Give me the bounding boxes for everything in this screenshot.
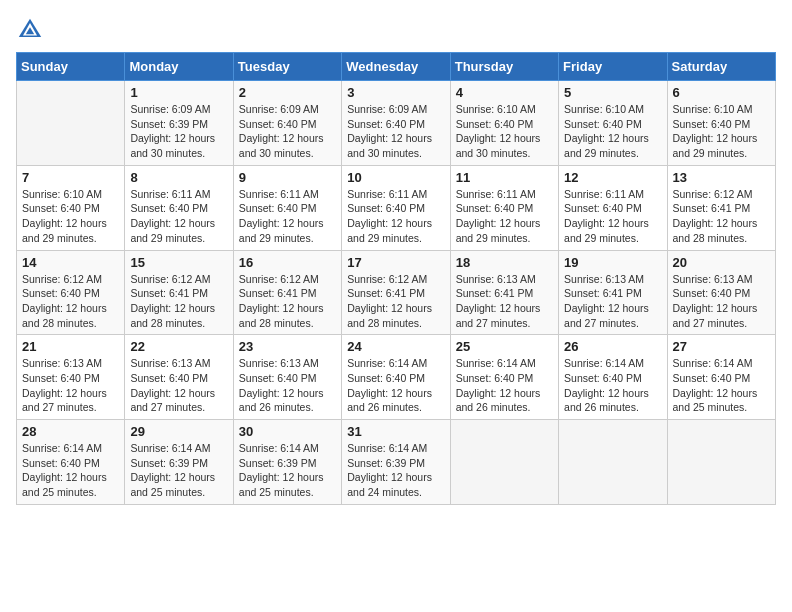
day-number: 2 bbox=[239, 85, 336, 100]
day-info: Sunrise: 6:14 AM Sunset: 6:40 PM Dayligh… bbox=[456, 356, 553, 415]
day-info: Sunrise: 6:10 AM Sunset: 6:40 PM Dayligh… bbox=[564, 102, 661, 161]
day-info: Sunrise: 6:11 AM Sunset: 6:40 PM Dayligh… bbox=[239, 187, 336, 246]
day-number: 5 bbox=[564, 85, 661, 100]
day-info: Sunrise: 6:09 AM Sunset: 6:40 PM Dayligh… bbox=[347, 102, 444, 161]
day-number: 20 bbox=[673, 255, 770, 270]
calendar-cell: 3Sunrise: 6:09 AM Sunset: 6:40 PM Daylig… bbox=[342, 81, 450, 166]
calendar-week-row: 28Sunrise: 6:14 AM Sunset: 6:40 PM Dayli… bbox=[17, 420, 776, 505]
day-info: Sunrise: 6:12 AM Sunset: 6:41 PM Dayligh… bbox=[130, 272, 227, 331]
day-number: 11 bbox=[456, 170, 553, 185]
day-info: Sunrise: 6:12 AM Sunset: 6:41 PM Dayligh… bbox=[673, 187, 770, 246]
calendar-cell: 12Sunrise: 6:11 AM Sunset: 6:40 PM Dayli… bbox=[559, 165, 667, 250]
calendar-cell: 21Sunrise: 6:13 AM Sunset: 6:40 PM Dayli… bbox=[17, 335, 125, 420]
logo-icon bbox=[16, 16, 44, 44]
calendar-cell: 2Sunrise: 6:09 AM Sunset: 6:40 PM Daylig… bbox=[233, 81, 341, 166]
day-info: Sunrise: 6:14 AM Sunset: 6:40 PM Dayligh… bbox=[22, 441, 119, 500]
day-number: 23 bbox=[239, 339, 336, 354]
calendar-cell: 26Sunrise: 6:14 AM Sunset: 6:40 PM Dayli… bbox=[559, 335, 667, 420]
day-number: 18 bbox=[456, 255, 553, 270]
col-tuesday: Tuesday bbox=[233, 53, 341, 81]
calendar-cell: 25Sunrise: 6:14 AM Sunset: 6:40 PM Dayli… bbox=[450, 335, 558, 420]
calendar-cell: 1Sunrise: 6:09 AM Sunset: 6:39 PM Daylig… bbox=[125, 81, 233, 166]
day-info: Sunrise: 6:14 AM Sunset: 6:40 PM Dayligh… bbox=[564, 356, 661, 415]
day-number: 6 bbox=[673, 85, 770, 100]
calendar-cell: 15Sunrise: 6:12 AM Sunset: 6:41 PM Dayli… bbox=[125, 250, 233, 335]
day-info: Sunrise: 6:14 AM Sunset: 6:39 PM Dayligh… bbox=[347, 441, 444, 500]
calendar-cell: 4Sunrise: 6:10 AM Sunset: 6:40 PM Daylig… bbox=[450, 81, 558, 166]
day-info: Sunrise: 6:11 AM Sunset: 6:40 PM Dayligh… bbox=[130, 187, 227, 246]
day-info: Sunrise: 6:13 AM Sunset: 6:40 PM Dayligh… bbox=[673, 272, 770, 331]
col-monday: Monday bbox=[125, 53, 233, 81]
day-number: 27 bbox=[673, 339, 770, 354]
calendar-cell: 14Sunrise: 6:12 AM Sunset: 6:40 PM Dayli… bbox=[17, 250, 125, 335]
day-number: 19 bbox=[564, 255, 661, 270]
day-number: 26 bbox=[564, 339, 661, 354]
day-info: Sunrise: 6:09 AM Sunset: 6:39 PM Dayligh… bbox=[130, 102, 227, 161]
calendar-cell: 5Sunrise: 6:10 AM Sunset: 6:40 PM Daylig… bbox=[559, 81, 667, 166]
day-info: Sunrise: 6:09 AM Sunset: 6:40 PM Dayligh… bbox=[239, 102, 336, 161]
day-number: 8 bbox=[130, 170, 227, 185]
day-number: 9 bbox=[239, 170, 336, 185]
day-info: Sunrise: 6:14 AM Sunset: 6:39 PM Dayligh… bbox=[239, 441, 336, 500]
day-info: Sunrise: 6:11 AM Sunset: 6:40 PM Dayligh… bbox=[347, 187, 444, 246]
day-number: 10 bbox=[347, 170, 444, 185]
page-header bbox=[16, 16, 776, 44]
day-info: Sunrise: 6:13 AM Sunset: 6:41 PM Dayligh… bbox=[564, 272, 661, 331]
calendar-cell bbox=[559, 420, 667, 505]
col-thursday: Thursday bbox=[450, 53, 558, 81]
day-number: 30 bbox=[239, 424, 336, 439]
day-number: 21 bbox=[22, 339, 119, 354]
day-number: 31 bbox=[347, 424, 444, 439]
day-number: 1 bbox=[130, 85, 227, 100]
col-sunday: Sunday bbox=[17, 53, 125, 81]
calendar-table: Sunday Monday Tuesday Wednesday Thursday… bbox=[16, 52, 776, 505]
calendar-cell: 31Sunrise: 6:14 AM Sunset: 6:39 PM Dayli… bbox=[342, 420, 450, 505]
calendar-cell bbox=[450, 420, 558, 505]
day-number: 3 bbox=[347, 85, 444, 100]
col-friday: Friday bbox=[559, 53, 667, 81]
col-saturday: Saturday bbox=[667, 53, 775, 81]
calendar-cell: 11Sunrise: 6:11 AM Sunset: 6:40 PM Dayli… bbox=[450, 165, 558, 250]
calendar-cell: 22Sunrise: 6:13 AM Sunset: 6:40 PM Dayli… bbox=[125, 335, 233, 420]
calendar-cell: 24Sunrise: 6:14 AM Sunset: 6:40 PM Dayli… bbox=[342, 335, 450, 420]
calendar-cell: 7Sunrise: 6:10 AM Sunset: 6:40 PM Daylig… bbox=[17, 165, 125, 250]
day-number: 12 bbox=[564, 170, 661, 185]
calendar-cell: 20Sunrise: 6:13 AM Sunset: 6:40 PM Dayli… bbox=[667, 250, 775, 335]
calendar-cell: 29Sunrise: 6:14 AM Sunset: 6:39 PM Dayli… bbox=[125, 420, 233, 505]
day-info: Sunrise: 6:14 AM Sunset: 6:40 PM Dayligh… bbox=[673, 356, 770, 415]
day-info: Sunrise: 6:12 AM Sunset: 6:41 PM Dayligh… bbox=[239, 272, 336, 331]
day-number: 15 bbox=[130, 255, 227, 270]
calendar-cell: 6Sunrise: 6:10 AM Sunset: 6:40 PM Daylig… bbox=[667, 81, 775, 166]
day-info: Sunrise: 6:14 AM Sunset: 6:40 PM Dayligh… bbox=[347, 356, 444, 415]
logo bbox=[16, 16, 48, 44]
calendar-cell: 27Sunrise: 6:14 AM Sunset: 6:40 PM Dayli… bbox=[667, 335, 775, 420]
calendar-cell: 23Sunrise: 6:13 AM Sunset: 6:40 PM Dayli… bbox=[233, 335, 341, 420]
day-number: 14 bbox=[22, 255, 119, 270]
calendar-week-row: 1Sunrise: 6:09 AM Sunset: 6:39 PM Daylig… bbox=[17, 81, 776, 166]
calendar-header-row: Sunday Monday Tuesday Wednesday Thursday… bbox=[17, 53, 776, 81]
calendar-cell: 9Sunrise: 6:11 AM Sunset: 6:40 PM Daylig… bbox=[233, 165, 341, 250]
calendar-cell bbox=[667, 420, 775, 505]
day-number: 25 bbox=[456, 339, 553, 354]
calendar-cell: 8Sunrise: 6:11 AM Sunset: 6:40 PM Daylig… bbox=[125, 165, 233, 250]
day-info: Sunrise: 6:10 AM Sunset: 6:40 PM Dayligh… bbox=[456, 102, 553, 161]
day-info: Sunrise: 6:12 AM Sunset: 6:40 PM Dayligh… bbox=[22, 272, 119, 331]
calendar-week-row: 7Sunrise: 6:10 AM Sunset: 6:40 PM Daylig… bbox=[17, 165, 776, 250]
day-info: Sunrise: 6:13 AM Sunset: 6:41 PM Dayligh… bbox=[456, 272, 553, 331]
day-number: 13 bbox=[673, 170, 770, 185]
day-info: Sunrise: 6:10 AM Sunset: 6:40 PM Dayligh… bbox=[22, 187, 119, 246]
day-number: 17 bbox=[347, 255, 444, 270]
day-info: Sunrise: 6:13 AM Sunset: 6:40 PM Dayligh… bbox=[130, 356, 227, 415]
day-number: 22 bbox=[130, 339, 227, 354]
day-info: Sunrise: 6:10 AM Sunset: 6:40 PM Dayligh… bbox=[673, 102, 770, 161]
calendar-cell: 18Sunrise: 6:13 AM Sunset: 6:41 PM Dayli… bbox=[450, 250, 558, 335]
calendar-cell: 30Sunrise: 6:14 AM Sunset: 6:39 PM Dayli… bbox=[233, 420, 341, 505]
calendar-week-row: 21Sunrise: 6:13 AM Sunset: 6:40 PM Dayli… bbox=[17, 335, 776, 420]
day-number: 28 bbox=[22, 424, 119, 439]
day-info: Sunrise: 6:11 AM Sunset: 6:40 PM Dayligh… bbox=[456, 187, 553, 246]
day-number: 24 bbox=[347, 339, 444, 354]
calendar-cell: 17Sunrise: 6:12 AM Sunset: 6:41 PM Dayli… bbox=[342, 250, 450, 335]
day-number: 29 bbox=[130, 424, 227, 439]
day-number: 4 bbox=[456, 85, 553, 100]
calendar-cell: 19Sunrise: 6:13 AM Sunset: 6:41 PM Dayli… bbox=[559, 250, 667, 335]
